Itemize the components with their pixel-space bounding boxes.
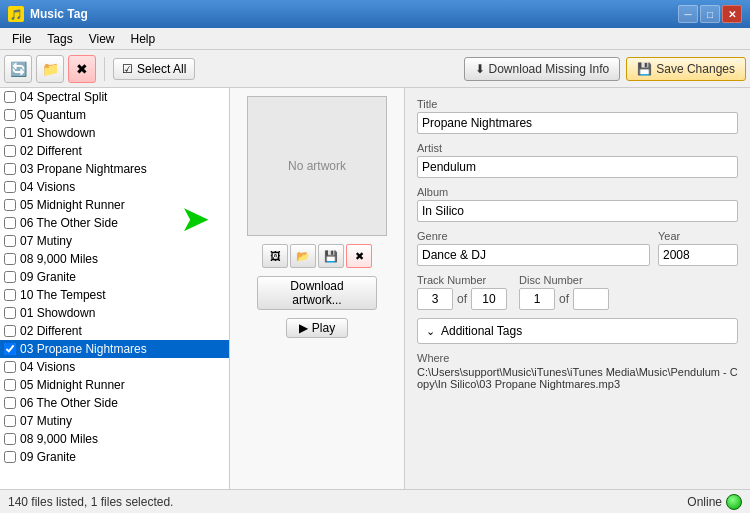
- album-label: Album: [417, 186, 738, 198]
- disc-number-input[interactable]: [519, 288, 555, 310]
- genre-field-group: Genre: [417, 230, 650, 266]
- download-icon: ⬇: [475, 62, 485, 76]
- track-number-input[interactable]: [417, 288, 453, 310]
- add-artwork-button[interactable]: 🖼: [262, 244, 288, 268]
- list-item[interactable]: 03 Propane Nightmares: [0, 340, 229, 358]
- year-input[interactable]: [658, 244, 738, 266]
- additional-tags-label: Additional Tags: [441, 324, 522, 338]
- album-input[interactable]: [417, 200, 738, 222]
- online-icon: [726, 494, 742, 510]
- artwork-display: No artwork: [247, 96, 387, 236]
- play-label: Play: [312, 321, 335, 335]
- artist-input[interactable]: [417, 156, 738, 178]
- no-artwork-label: No artwork: [288, 159, 346, 173]
- menu-bar: File Tags View Help: [0, 28, 750, 50]
- status-bar: 140 files listed, 1 files selected. Onli…: [0, 489, 750, 513]
- save-changes-button[interactable]: 💾 Save Changes: [626, 57, 746, 81]
- window-title: Music Tag: [30, 7, 88, 21]
- where-label: Where: [417, 352, 738, 364]
- album-field-group: Album: [417, 186, 738, 222]
- toolbar-right: ⬇ Download Missing Info 💾 Save Changes: [464, 57, 746, 81]
- genre-year-row: Genre Year: [417, 230, 738, 274]
- track-total-input[interactable]: [471, 288, 507, 310]
- genre-label: Genre: [417, 230, 650, 242]
- list-item[interactable]: 08 9,000 Miles: [0, 430, 229, 448]
- center-panel: ➤ No artwork 🖼 📂 💾 ✖ Download artwork...…: [230, 88, 405, 489]
- load-artwork-button[interactable]: 📂: [290, 244, 316, 268]
- list-item[interactable]: 01 Showdown: [0, 124, 229, 142]
- list-item[interactable]: 02 Different: [0, 142, 229, 160]
- main-content: 04 Spectral Split05 Quantum01 Showdown02…: [0, 88, 750, 489]
- select-all-label: Select All: [137, 62, 186, 76]
- disc-total-input[interactable]: [573, 288, 609, 310]
- title-label: Title: [417, 98, 738, 110]
- list-item[interactable]: 05 Midnight Runner: [0, 376, 229, 394]
- artist-label: Artist: [417, 142, 738, 154]
- save-icon: 💾: [637, 62, 652, 76]
- list-item[interactable]: 01 Showdown: [0, 304, 229, 322]
- refresh-button[interactable]: 🔄: [4, 55, 32, 83]
- download-artwork-label: Download artwork...: [290, 279, 343, 307]
- disc-of-label: of: [559, 292, 569, 306]
- select-all-button[interactable]: ☑ Select All: [113, 58, 195, 80]
- list-item[interactable]: 08 9,000 Miles: [0, 250, 229, 268]
- list-item[interactable]: 04 Spectral Split: [0, 88, 229, 106]
- list-item[interactable]: 09 Granite: [0, 448, 229, 466]
- delete-button[interactable]: ✖: [68, 55, 96, 83]
- disc-number-group: Disc Number of: [519, 274, 609, 310]
- list-item[interactable]: 04 Visions: [0, 178, 229, 196]
- folder-button[interactable]: 📁: [36, 55, 64, 83]
- close-button[interactable]: ✕: [722, 5, 742, 23]
- disc-number-label: Disc Number: [519, 274, 609, 286]
- menu-help[interactable]: Help: [123, 30, 164, 48]
- play-icon: ▶: [299, 321, 308, 335]
- artist-field-group: Artist: [417, 142, 738, 178]
- list-item[interactable]: 03 Propane Nightmares: [0, 160, 229, 178]
- additional-tags-section[interactable]: ⌄ Additional Tags: [417, 318, 738, 344]
- play-button[interactable]: ▶ Play: [286, 318, 348, 338]
- arrow-indicator: ➤: [180, 198, 210, 240]
- download-missing-button[interactable]: ⬇ Download Missing Info: [464, 57, 621, 81]
- minimize-button[interactable]: ─: [678, 5, 698, 23]
- title-bar: 🎵 Music Tag ─ □ ✕: [0, 0, 750, 28]
- genre-input[interactable]: [417, 244, 650, 266]
- remove-artwork-button[interactable]: ✖: [346, 244, 372, 268]
- online-indicator: Online: [687, 494, 742, 510]
- track-number-row: of: [417, 288, 507, 310]
- track-of-label: of: [457, 292, 467, 306]
- save-changes-label: Save Changes: [656, 62, 735, 76]
- artwork-toolbar: 🖼 📂 💾 ✖: [262, 244, 372, 268]
- toolbar: 🔄 📁 ✖ ☑ Select All ⬇ Download Missing In…: [0, 50, 750, 88]
- list-item[interactable]: 06 The Other Side: [0, 394, 229, 412]
- window-controls: ─ □ ✕: [678, 5, 742, 23]
- title-field-group: Title: [417, 98, 738, 134]
- download-artwork-button[interactable]: Download artwork...: [257, 276, 377, 310]
- list-item[interactable]: 10 The Tempest: [0, 286, 229, 304]
- download-missing-label: Download Missing Info: [489, 62, 610, 76]
- disc-number-row: of: [519, 288, 609, 310]
- where-section: Where C:\Users\support\Music\iTunes\iTun…: [417, 352, 738, 390]
- right-panel: Title Artist Album Genre Year: [405, 88, 750, 489]
- save-artwork-button[interactable]: 💾: [318, 244, 344, 268]
- track-number-group: Track Number of: [417, 274, 507, 310]
- track-disc-row: Track Number of Disc Number of: [417, 274, 738, 310]
- chevron-down-icon: ⌄: [426, 325, 435, 338]
- where-path: C:\Users\support\Music\iTunes\iTunes Med…: [417, 366, 738, 390]
- list-item[interactable]: 02 Different: [0, 322, 229, 340]
- list-item[interactable]: 04 Visions: [0, 358, 229, 376]
- list-item[interactable]: 05 Quantum: [0, 106, 229, 124]
- toolbar-separator: [104, 57, 105, 81]
- file-list-container: 04 Spectral Split05 Quantum01 Showdown02…: [0, 88, 230, 489]
- menu-tags[interactable]: Tags: [39, 30, 80, 48]
- file-list[interactable]: 04 Spectral Split05 Quantum01 Showdown02…: [0, 88, 229, 489]
- app-icon: 🎵: [8, 6, 24, 22]
- title-input[interactable]: [417, 112, 738, 134]
- list-item[interactable]: 09 Granite: [0, 268, 229, 286]
- maximize-button[interactable]: □: [700, 5, 720, 23]
- track-number-label: Track Number: [417, 274, 507, 286]
- menu-view[interactable]: View: [81, 30, 123, 48]
- list-item[interactable]: 07 Mutiny: [0, 412, 229, 430]
- year-label: Year: [658, 230, 738, 242]
- online-label: Online: [687, 495, 722, 509]
- menu-file[interactable]: File: [4, 30, 39, 48]
